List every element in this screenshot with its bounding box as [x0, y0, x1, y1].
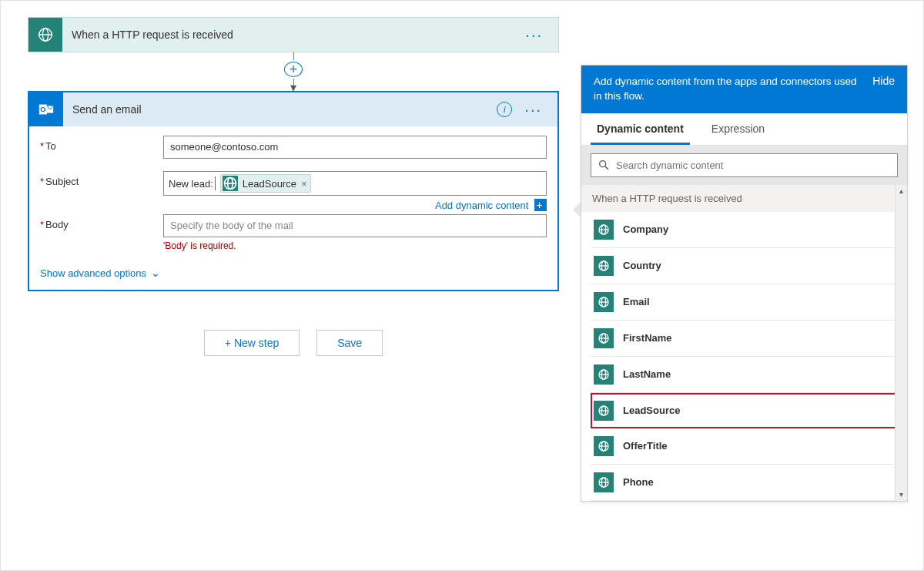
http-trigger-icon: [594, 364, 614, 385]
dynamic-item-offertitle[interactable]: OfferTitle: [591, 428, 898, 465]
dynamic-item-leadsource[interactable]: LeadSource: [591, 393, 898, 428]
to-input[interactable]: someone@contoso.com: [163, 136, 547, 159]
panel-callout-arrow: [573, 202, 581, 217]
insert-step-button[interactable]: +: [284, 62, 303, 77]
info-icon[interactable]: i: [497, 102, 512, 117]
panel-scrollbar[interactable]: ▴ ▾: [895, 185, 907, 501]
http-trigger-icon: [594, 401, 614, 421]
dynamic-item-lastname[interactable]: LastName: [591, 357, 898, 393]
show-advanced-link[interactable]: Show advanced options ⌄: [40, 264, 160, 280]
dynamic-content-search[interactable]: [591, 153, 898, 177]
scroll-up-icon[interactable]: ▴: [896, 185, 907, 197]
dynamic-item-email[interactable]: Email: [591, 284, 898, 321]
http-trigger-icon: [594, 328, 614, 348]
add-dynamic-content-plus-icon[interactable]: +: [534, 199, 547, 211]
new-step-button[interactable]: + New step: [204, 330, 300, 356]
dynamic-item-firstname[interactable]: FirstName: [591, 321, 898, 357]
svg-text:O: O: [40, 106, 45, 113]
save-button[interactable]: Save: [316, 330, 383, 356]
panel-header-text: Add dynamic content from the apps and co…: [594, 75, 872, 104]
action-more-button[interactable]: ···: [520, 101, 547, 119]
search-icon: [598, 159, 610, 171]
http-trigger-icon: [28, 18, 62, 52]
dynamic-item-label: Country: [623, 260, 661, 271]
send-email-card[interactable]: O Send an email i ··· *To someone@contos…: [28, 91, 559, 291]
dynamic-item-phone[interactable]: Phone: [591, 465, 898, 501]
dynamic-item-label: LeadSource: [623, 405, 680, 416]
http-trigger-icon: [594, 436, 614, 456]
connector: + ▾: [28, 52, 559, 91]
leadsource-token[interactable]: LeadSource ×: [220, 174, 311, 193]
dynamic-item-label: Email: [623, 296, 650, 307]
body-error-text: 'Body' is required.: [163, 240, 547, 251]
add-dynamic-content-link[interactable]: Add dynamic content: [435, 200, 528, 211]
http-trigger-icon: [594, 220, 614, 240]
scroll-down-icon[interactable]: ▾: [896, 489, 907, 501]
text-cursor: [215, 176, 216, 190]
dynamic-item-label: FirstName: [623, 332, 672, 344]
trigger-card[interactable]: When a HTTP request is received ···: [28, 17, 559, 52]
http-trigger-icon: [223, 176, 238, 191]
to-label: *To: [40, 136, 163, 152]
tab-expression[interactable]: Expression: [705, 113, 771, 145]
dynamic-item-label: Company: [623, 223, 668, 235]
subject-input[interactable]: New lead: LeadSource ×: [163, 171, 547, 196]
chevron-down-icon: ⌄: [151, 267, 160, 279]
dynamic-item-label: LastName: [623, 368, 671, 380]
body-input[interactable]: Specify the body of the mail: [163, 214, 547, 237]
svg-point-9: [600, 161, 606, 167]
body-label: *Body: [40, 214, 163, 230]
svg-line-10: [605, 166, 608, 170]
http-trigger-icon: [594, 256, 614, 276]
dynamic-item-company[interactable]: Company: [591, 212, 898, 248]
token-remove-icon[interactable]: ×: [301, 178, 307, 190]
panel-hide-link[interactable]: Hide: [872, 75, 895, 87]
subject-text-prefix: New lead:: [169, 178, 213, 190]
token-label: LeadSource: [243, 178, 296, 190]
trigger-more-button[interactable]: ···: [521, 26, 547, 44]
trigger-title: When a HTTP request is received: [62, 29, 521, 41]
dynamic-content-search-input[interactable]: [610, 159, 891, 172]
dynamic-content-panel: Add dynamic content from the apps and co…: [581, 65, 908, 502]
dynamic-item-label: OfferTitle: [623, 440, 668, 452]
subject-label: *Subject: [40, 171, 163, 187]
http-trigger-icon: [594, 472, 614, 492]
action-title: Send an email: [63, 103, 497, 116]
dynamic-group-header: When a HTTP request is received: [581, 185, 907, 212]
tab-dynamic-content[interactable]: Dynamic content: [591, 113, 690, 145]
http-trigger-icon: [594, 292, 614, 312]
dynamic-item-label: Phone: [623, 476, 654, 488]
outlook-icon: O: [29, 92, 63, 126]
dynamic-item-country[interactable]: Country: [591, 248, 898, 284]
